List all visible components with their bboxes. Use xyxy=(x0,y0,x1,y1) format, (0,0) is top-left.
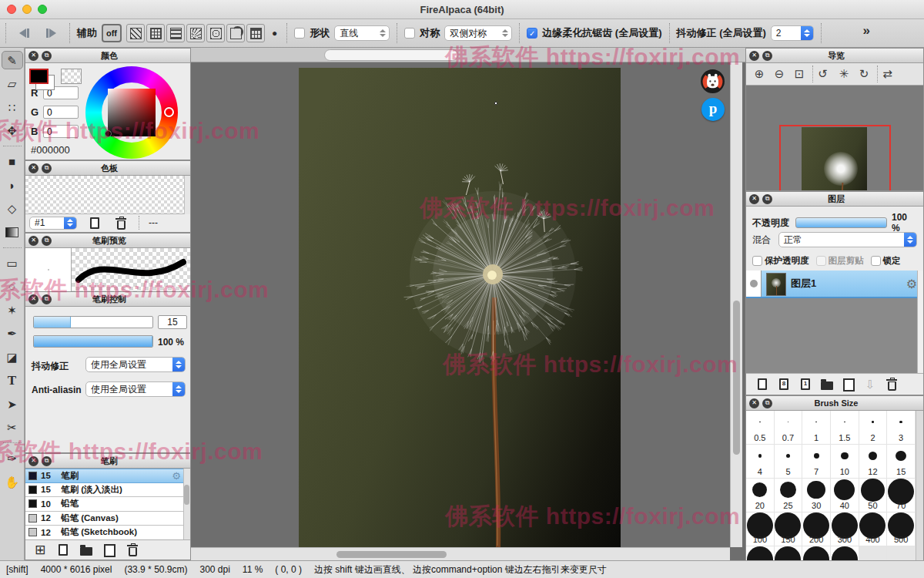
palette-grid[interactable] xyxy=(25,176,190,214)
hue-marker[interactable] xyxy=(164,107,174,117)
add-brush-icon[interactable] xyxy=(55,543,72,558)
close-panel-icon[interactable]: ✕ xyxy=(749,398,759,408)
vanishing-point-snap-icon[interactable] xyxy=(186,24,205,42)
brush-size-cell[interactable] xyxy=(775,546,803,560)
brush-item[interactable]: 15 笔刷 ⚙ xyxy=(25,469,190,483)
brush-size-cell[interactable]: 400 xyxy=(859,512,888,546)
delete-brush-icon[interactable] xyxy=(124,543,141,558)
blend-mode-select[interactable]: 正常 xyxy=(778,232,917,247)
horizontal-scroll-thumb[interactable] xyxy=(336,551,447,558)
fill-tool[interactable]: ■ xyxy=(2,153,23,171)
add-color-icon[interactable] xyxy=(86,215,103,230)
shape-checkbox[interactable] xyxy=(294,28,305,39)
concentric-circle-snap-icon[interactable] xyxy=(206,24,225,42)
brush-size-cell[interactable]: 70 xyxy=(887,479,916,512)
dot-tool[interactable]: ∷ xyxy=(2,98,23,116)
brush-size-cell[interactable]: 10 xyxy=(831,445,859,479)
brush-size-cell[interactable]: 1 xyxy=(802,411,831,445)
b-input[interactable] xyxy=(43,125,79,138)
add-layer-icon[interactable] xyxy=(754,377,771,392)
brush-size-slider[interactable] xyxy=(33,316,153,328)
brush-size-cell[interactable]: 3 xyxy=(887,411,916,445)
rotate-ccw-icon[interactable]: ↺ xyxy=(812,66,832,82)
grid-snap-icon[interactable] xyxy=(146,24,165,42)
pixiv-icon[interactable]: p xyxy=(701,98,725,121)
history-forward-button[interactable] xyxy=(40,24,62,42)
brush-size-cell[interactable]: 2 xyxy=(859,411,888,445)
canvas-viewport[interactable]: p xyxy=(191,62,745,547)
canvas-vertical-scrollbar[interactable] xyxy=(730,62,742,547)
snap-dot-icon[interactable]: ● xyxy=(272,28,277,39)
brush-item[interactable]: 15 笔刷 (淡入淡出) ⚙ xyxy=(25,483,190,498)
transparent-color-swatch[interactable] xyxy=(61,69,82,84)
layer-opacity-slider[interactable] xyxy=(795,217,886,228)
brush-item[interactable]: 12 铅笔 (Sketchbook) ⚙ xyxy=(25,526,190,539)
select-eraser-tool[interactable]: ◪ xyxy=(2,348,23,366)
g-input[interactable] xyxy=(43,106,79,119)
brush-size-cell[interactable]: 7 xyxy=(802,445,831,479)
brush-folder-icon[interactable] xyxy=(78,543,95,558)
document-tab[interactable] xyxy=(324,49,458,61)
layer-option-checkbox[interactable] xyxy=(871,256,881,266)
brush-size-cell[interactable] xyxy=(859,546,888,560)
detach-panel-icon[interactable]: ⧉ xyxy=(762,194,772,204)
brush-tool[interactable]: ✎ xyxy=(2,51,23,69)
rotate-cw-icon[interactable]: ↻ xyxy=(855,66,872,82)
duplicate-layer-icon[interactable] xyxy=(840,377,857,392)
duplicate-brush-icon[interactable] xyxy=(101,543,118,558)
shape-select[interactable]: 直线 xyxy=(334,25,390,41)
sv-marker[interactable] xyxy=(105,130,112,137)
brush-size-cell[interactable] xyxy=(746,546,775,560)
delete-color-icon[interactable] xyxy=(112,215,129,230)
toolbar-overflow-button[interactable]: » xyxy=(863,23,870,39)
brush-settings-gear-icon[interactable]: ⚙ xyxy=(172,470,181,482)
detach-panel-icon[interactable]: ⧉ xyxy=(762,51,772,61)
canvas-horizontal-scrollbar[interactable] xyxy=(191,547,730,560)
navigator-view[interactable] xyxy=(746,86,923,190)
layer-row[interactable]: 图层1 ⚙ xyxy=(746,271,923,298)
brush-size-cell[interactable]: 500 xyxy=(887,512,916,546)
antialias-checkbox[interactable]: ✓ xyxy=(527,28,537,39)
magic-wand-tool[interactable]: ✶ xyxy=(2,301,23,319)
foreground-color-swatch[interactable] xyxy=(29,69,49,84)
detach-panel-icon[interactable]: ⧉ xyxy=(42,236,52,246)
move-tool[interactable]: ✥ xyxy=(2,122,23,140)
curve-snap-icon[interactable] xyxy=(226,24,245,42)
brush-size-cell[interactable]: 150 xyxy=(775,512,803,546)
antialias-select[interactable]: 使用全局设置 xyxy=(85,381,186,397)
flip-horizontal-icon[interactable]: ⇄ xyxy=(877,66,897,82)
parallel-lines-snap-icon[interactable] xyxy=(126,24,145,42)
brush-size-cell[interactable]: 100 xyxy=(746,512,775,546)
add-1bit-layer-icon[interactable] xyxy=(797,377,814,392)
navigator-viewport-rect[interactable] xyxy=(779,125,891,190)
brush-size-cell[interactable]: 30 xyxy=(802,479,831,512)
palette-set-select[interactable]: #1 xyxy=(29,217,77,230)
close-panel-icon[interactable]: ✕ xyxy=(749,194,759,204)
zoom-out-icon[interactable]: ⊖ xyxy=(771,66,788,82)
detach-panel-icon[interactable]: ⧉ xyxy=(42,294,52,304)
brush-size-cell[interactable] xyxy=(802,546,831,560)
close-panel-icon[interactable]: ✕ xyxy=(28,294,38,304)
add-8bit-layer-icon[interactable] xyxy=(775,377,792,392)
bucket-tool[interactable]: ◗ xyxy=(2,176,23,194)
brush-size-cell[interactable]: 40 xyxy=(831,479,859,512)
brush-store-icon[interactable] xyxy=(32,543,49,558)
brush-size-cell[interactable] xyxy=(831,546,859,560)
jitter-stepper[interactable]: 2 xyxy=(771,25,814,41)
vertical-scroll-thumb[interactable] xyxy=(733,301,740,455)
detach-panel-icon[interactable]: ⧉ xyxy=(42,51,52,61)
jitter-select[interactable]: 使用全局设置 xyxy=(85,357,186,372)
layer-option-checkbox[interactable] xyxy=(816,256,826,266)
merge-down-icon[interactable] xyxy=(862,377,879,392)
brush-size-cell[interactable]: 4 xyxy=(746,445,775,479)
delete-layer-icon[interactable] xyxy=(883,377,900,392)
brush-opacity-slider[interactable] xyxy=(33,335,153,348)
select-pen-tool[interactable]: ✒ xyxy=(2,324,23,343)
close-panel-icon[interactable]: ✕ xyxy=(749,51,759,61)
hand-tool[interactable]: ✋ xyxy=(2,472,23,491)
detach-panel-icon[interactable]: ⧉ xyxy=(42,163,52,173)
brush-size-cell[interactable]: 12 xyxy=(859,445,888,479)
zoom-in-icon[interactable]: ⊕ xyxy=(751,66,768,82)
history-back-button[interactable] xyxy=(13,24,35,42)
firealpaca-mascot-icon[interactable] xyxy=(700,69,725,94)
